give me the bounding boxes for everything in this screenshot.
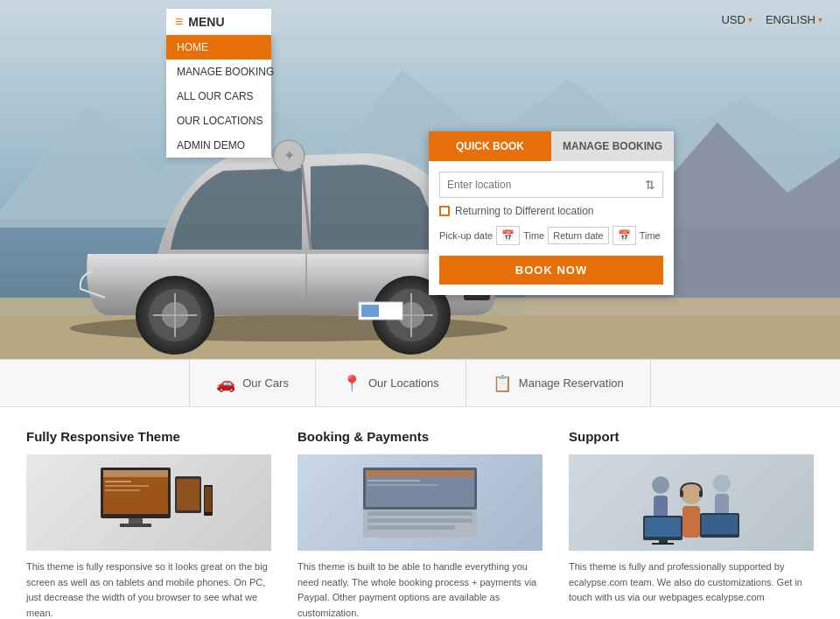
car-icon: 🚗 — [216, 374, 235, 393]
language-label: ENGLISH — [766, 13, 816, 26]
pickup-calendar-icon: 📅 — [501, 229, 514, 242]
svg-rect-57 — [682, 506, 700, 538]
language-bar: USD ENGLISH — [721, 13, 822, 26]
booking-form-body: ⇅ Returning to Different location Pick-u… — [429, 161, 674, 295]
feature-responsive-title: Fully Responsive Theme — [26, 429, 271, 444]
pickup-label: Pick-up date — [439, 230, 493, 241]
svg-rect-46 — [368, 511, 472, 516]
return-time-label: Time — [640, 230, 661, 241]
devices-mockup — [26, 454, 271, 551]
quick-link-reservation-label: Manage Reservation — [519, 376, 624, 390]
support-svg — [626, 459, 757, 546]
tab-manage-booking[interactable]: MANAGE BOOKING — [551, 131, 674, 161]
svg-rect-39 — [205, 487, 212, 512]
returning-checkbox-row: Returning to Different location — [439, 205, 663, 217]
menu-container: ≡ MENU HOME MANAGE BOOKING ALL OUR CARS … — [166, 9, 271, 158]
return-date-label: Return date — [548, 227, 608, 244]
location-row: ⇅ — [439, 172, 663, 198]
menu-items-list: HOME MANAGE BOOKING ALL OUR CARS OUR LOC… — [166, 35, 271, 158]
quick-link-reservation[interactable]: 📋 Manage Reservation — [466, 360, 651, 406]
quick-link-cars-label: Our Cars — [242, 376, 289, 390]
svg-rect-51 — [366, 470, 474, 477]
svg-rect-37 — [177, 479, 200, 510]
svg-text:✦: ✦ — [284, 148, 295, 163]
quick-link-locations-label: Our Locations — [368, 376, 439, 390]
quick-links-bar: 🚗 Our Cars 📍 Our Locations 📋 Manage Rese… — [0, 359, 840, 407]
feature-responsive-image — [26, 454, 271, 551]
svg-rect-47 — [368, 518, 472, 523]
book-now-button[interactable]: BOOK NOW — [439, 256, 663, 285]
feature-payments-title: Booking & Payments — [298, 429, 542, 444]
menu-item-manage-booking[interactable]: MANAGE BOOKING — [166, 60, 271, 84]
payment-svg — [354, 459, 486, 546]
clipboard-icon: 📋 — [493, 374, 512, 393]
svg-rect-34 — [129, 518, 143, 524]
svg-rect-58 — [680, 490, 683, 497]
return-date-field[interactable]: 📅 — [612, 226, 636, 245]
svg-rect-32 — [105, 485, 149, 487]
date-row: Pick-up date 📅 Time Return date 📅 Time — [439, 226, 663, 245]
language-selector[interactable]: ENGLISH — [766, 13, 822, 26]
feature-support-text: This theme is fully and professionally s… — [569, 559, 814, 606]
menu-hamburger-icon: ≡ — [175, 14, 183, 30]
location-input[interactable] — [440, 173, 638, 196]
menu-item-admin[interactable]: ADMIN DEMO — [166, 133, 271, 158]
svg-rect-31 — [105, 481, 131, 482]
location-dropdown-icon[interactable]: ⇅ — [638, 172, 662, 197]
location-pin-icon: 📍 — [342, 374, 361, 393]
returning-label: Returning to Different location — [455, 205, 594, 217]
svg-rect-33 — [105, 489, 140, 491]
svg-rect-59 — [699, 490, 703, 497]
svg-point-60 — [713, 475, 731, 492]
currency-selector[interactable]: USD — [721, 13, 752, 26]
svg-point-54 — [652, 476, 669, 494]
pickup-date-field[interactable]: 📅 — [496, 226, 520, 245]
quick-link-cars[interactable]: 🚗 Our Cars — [189, 360, 316, 406]
svg-rect-30 — [103, 470, 168, 477]
svg-rect-35 — [120, 524, 151, 527]
svg-rect-65 — [652, 543, 674, 545]
devices-svg — [83, 459, 214, 546]
svg-rect-67 — [702, 515, 738, 534]
svg-point-56 — [681, 483, 702, 504]
svg-rect-63 — [645, 517, 681, 537]
currency-label: USD — [721, 13, 745, 26]
quick-link-locations[interactable]: 📍 Our Locations — [316, 360, 466, 406]
feature-payments: Booking & Payments — [298, 429, 542, 619]
feature-payments-text: This theme is built to be able to handle… — [298, 559, 542, 619]
svg-rect-26 — [361, 305, 379, 317]
menu-item-locations[interactable]: OUR LOCATIONS — [166, 109, 271, 133]
feature-responsive: Fully Responsive Theme — [26, 429, 271, 619]
booking-tabs: QUICK BOOK MANAGE BOOKING — [429, 131, 674, 161]
tab-quick-book[interactable]: QUICK BOOK — [429, 131, 551, 161]
feature-payments-image — [298, 454, 542, 551]
menu-title[interactable]: ≡ MENU — [166, 9, 271, 35]
feature-support: Support — [569, 429, 814, 619]
return-calendar-icon: 📅 — [618, 229, 631, 242]
features-section: Fully Responsive Theme — [0, 407, 840, 619]
feature-support-image — [569, 454, 814, 551]
svg-rect-48 — [368, 525, 455, 530]
feature-responsive-text: This theme is fully responsive so it loo… — [26, 559, 271, 619]
hero-section: ✦ ≡ MENU HOME MANAGE BOOKING ALL OUR CAR… — [0, 0, 840, 359]
booking-panel: QUICK BOOK MANAGE BOOKING ⇅ Returning to… — [429, 131, 674, 295]
menu-item-home[interactable]: HOME — [166, 35, 271, 60]
menu-item-all-cars[interactable]: ALL OUR CARS — [166, 84, 271, 109]
feature-support-title: Support — [569, 429, 814, 444]
returning-checkbox[interactable] — [439, 206, 450, 216]
svg-rect-53 — [368, 484, 438, 486]
pickup-time-label: Time — [523, 230, 544, 241]
menu-label: MENU — [188, 15, 224, 29]
svg-rect-52 — [368, 480, 420, 482]
